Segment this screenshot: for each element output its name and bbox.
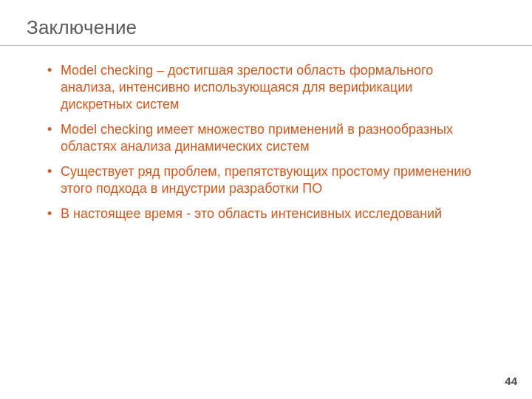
list-item: Существует ряд проблем, препятствующих п… bbox=[47, 163, 488, 197]
list-item: Model checking имеет множество применени… bbox=[47, 121, 488, 155]
title-block: Заключение bbox=[0, 0, 532, 45]
slide-title: Заключение bbox=[27, 16, 532, 39]
bullet-list: Model checking – достигшая зрелости обла… bbox=[47, 62, 488, 222]
list-item: Model checking – достигшая зрелости обла… bbox=[47, 62, 488, 113]
list-item: В настоящее время - это область интенсив… bbox=[47, 205, 488, 222]
content-area: Model checking – достигшая зрелости обла… bbox=[0, 46, 532, 222]
slide: Заключение Model checking – достигшая зр… bbox=[0, 0, 532, 399]
page-number: 44 bbox=[505, 375, 517, 387]
